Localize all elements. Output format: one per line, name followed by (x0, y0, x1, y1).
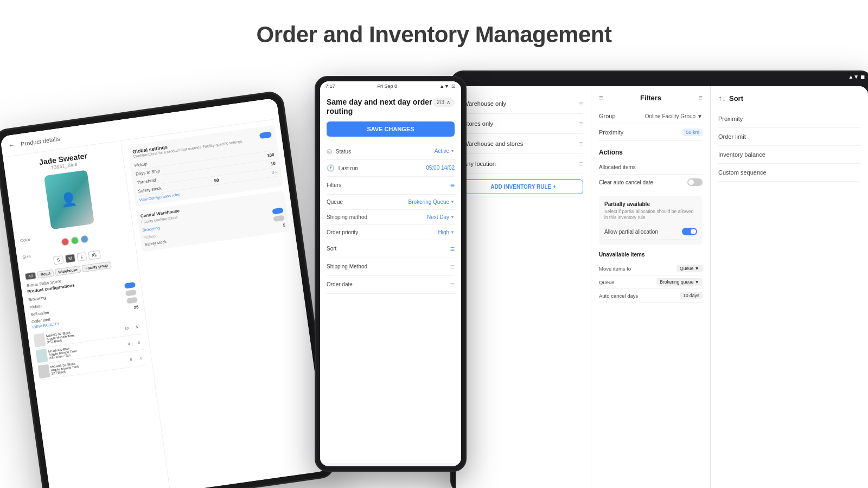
clear-cancel-label: Clear auto cancel date (599, 179, 653, 185)
inv-atp-1: 5 (132, 324, 142, 329)
inv-num-2: 0 (124, 341, 133, 346)
back-arrow-icon[interactable]: ← (7, 140, 17, 151)
threshold-val: 10 (270, 161, 276, 166)
status-chevron: ▼ (450, 149, 455, 153)
clock-icon: 🕐 (327, 164, 335, 172)
color-green[interactable] (71, 236, 79, 245)
add-inventory-rule-button[interactable]: ADD INVENTORY RULE + (463, 179, 583, 194)
sort-inventory-balance[interactable]: Inventory balance (718, 146, 860, 164)
move-items-label: Move items to (599, 266, 631, 272)
sort-column: ↑↓ Sort Proximity Order limit Inventory … (711, 86, 868, 488)
tablet-center: 7:17 Fri Sep 8 ▲▼ ⊡ Same day and next da… (315, 76, 467, 472)
tab-facility-group[interactable]: Facility group (82, 261, 112, 272)
size-m[interactable]: M (65, 254, 76, 263)
rule-drag-1[interactable]: ≡ (579, 99, 583, 108)
inv-img-1 (33, 333, 46, 348)
rule-drag-2[interactable]: ≡ (579, 119, 583, 128)
rule-drag-3[interactable]: ≡ (579, 139, 583, 148)
inv-img-2 (35, 349, 48, 363)
color-blue[interactable] (80, 235, 88, 243)
inventory-table: MSH01-32-BlackArgyle Muscle TankXS / Bla… (33, 318, 146, 380)
shipping-method-drag-row: Shipping Method ≡ (327, 258, 455, 276)
shipping-method-drag-label: Shipping Method (327, 264, 367, 269)
right-status-bar: ▲▼ ◼ (451, 72, 868, 82)
status-icon: ◎ (327, 147, 332, 155)
allow-partial-toggle[interactable] (682, 228, 697, 235)
filters-column: ≡ Filters ≡ Group Online Facility Group … (591, 86, 711, 488)
last-run-row: 🕐 Last run 05:00 14/02 (327, 160, 455, 177)
group-value: Online Facility Group ▼ (645, 113, 703, 119)
color-red[interactable] (61, 237, 69, 246)
routing-screen: Same day and next day order routing 2/3 … (320, 91, 461, 463)
proximity-filter-label: Proximity (599, 129, 623, 136)
inventory-rules-column: Warehouse only ≡ Stores only ≡ Warehouse… (456, 86, 591, 488)
inv-num-1: 10 (122, 325, 131, 330)
rule-warehouse-only[interactable]: Warehouse only ≡ (463, 94, 583, 114)
pickup-label: Pickup (29, 303, 42, 310)
group-chevron: ▼ (697, 113, 703, 119)
save-changes-button[interactable]: SAVE CHANGES (327, 121, 455, 137)
filter-lines-icon[interactable]: ≡ (450, 181, 455, 190)
rule-warehouse-stores-label: Warehouse and stores (463, 140, 523, 147)
tablet-right: ▲▼ ◼ Warehouse only ≡ Stores only ≡ Ware… (450, 70, 868, 488)
sort-order-limit[interactable]: Order limit (718, 128, 860, 146)
tab-retail[interactable]: Retail (37, 269, 54, 279)
size-xl[interactable]: XL (88, 250, 101, 260)
cw-pickup-toggle[interactable] (273, 215, 284, 222)
size-l[interactable]: L (77, 252, 87, 261)
routing-counter: 2/3 ∧ (432, 98, 455, 107)
brokering-toggle[interactable] (124, 282, 136, 289)
routing-title: Same day and next day order routing (327, 98, 432, 116)
sort-proximity[interactable]: Proximity (718, 110, 860, 128)
sell-online-toggle[interactable] (126, 297, 138, 304)
proximity-chip: 50 km (682, 129, 703, 136)
inv-num-3: 0 (126, 357, 136, 362)
filter-icon-left: ≡ (599, 94, 603, 102)
unavail-title: Unavailable items (599, 252, 703, 258)
shipping-chevron: ▼ (450, 215, 455, 220)
sort-custom-sequence[interactable]: Custom sequence (718, 164, 860, 182)
days-val: 100 (267, 152, 275, 158)
last-run-label-icon: 🕐 Last run (327, 164, 358, 172)
rule-warehouse-and-stores[interactable]: Warehouse and stores ≡ (463, 134, 583, 154)
status-label: ◎ Status (327, 147, 351, 155)
rule-warehouse-only-label: Warehouse only (463, 100, 506, 107)
inv-atp-3: 0 (137, 355, 146, 360)
proximity-filter-row: Proximity 50 km (599, 124, 703, 141)
sort-lines-icon[interactable]: ≡ (450, 245, 455, 253)
drag-handle-2[interactable]: ≡ (450, 280, 455, 289)
threshold-label: Threshold (137, 178, 156, 185)
status-time: 7:17 (326, 84, 335, 89)
queue-right-val[interactable]: Brokering queue ▼ (656, 278, 703, 286)
status-value: Active ▼ (435, 148, 455, 154)
tab-warehouse[interactable]: Warehouse (55, 266, 81, 276)
allow-partial-row: Allow partial allocation (604, 224, 697, 240)
auto-cancel-val[interactable]: 10 days (680, 292, 703, 299)
partial-desc: Select if partial allocation should be a… (604, 209, 697, 221)
pickup-toggle[interactable] (125, 290, 137, 297)
move-chevron: ▼ (695, 266, 699, 271)
rule-stores-only[interactable]: Stores only ≡ (463, 114, 583, 134)
inv-atp-2: 0 (135, 339, 144, 344)
cw-brokering-toggle[interactable] (272, 208, 283, 215)
group-filter-row: Group Online Facility Group ▼ (599, 108, 703, 124)
safety-label: Safety stock (138, 185, 162, 194)
drag-handle-1[interactable]: ≡ (450, 262, 455, 271)
order-date-label: Order date (327, 281, 353, 287)
cw-pickup-label: Pickup (143, 233, 156, 240)
rule-drag-4[interactable]: ≡ (579, 159, 583, 168)
sort-arrows-icon: ↑↓ (718, 94, 726, 102)
safety-arrow[interactable]: 3 › (271, 170, 277, 175)
wifi-icon: ⊡ (451, 84, 456, 89)
safety-val: 50 (214, 178, 219, 183)
unavailable-section: Unavailable items Move items to Queue ▼ … (599, 252, 703, 303)
priority-chevron: ▼ (450, 230, 455, 235)
rule-any-location[interactable]: Any location ≡ (463, 154, 583, 174)
filters-row: Filters ≡ (327, 177, 455, 195)
queue-chevron: ▼ (450, 200, 455, 204)
move-items-val[interactable]: Queue ▼ (676, 265, 703, 272)
size-s[interactable]: S (53, 255, 63, 265)
rule-any-location-label: Any location (463, 160, 496, 167)
clear-cancel-toggle[interactable] (687, 178, 703, 186)
tab-all[interactable]: All (25, 272, 36, 280)
